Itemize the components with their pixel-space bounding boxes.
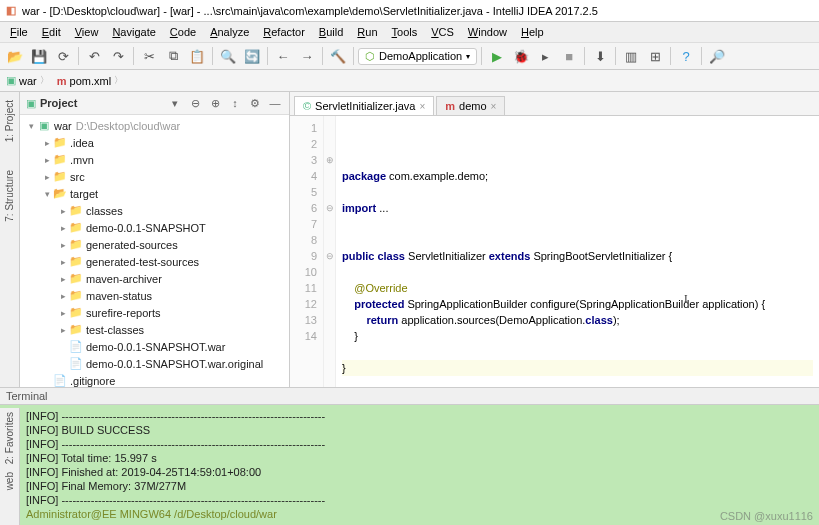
code-content[interactable]: I package com.example.demo; import ... p… — [336, 116, 819, 387]
menu-file[interactable]: File — [4, 24, 34, 40]
menu-run[interactable]: Run — [351, 24, 383, 40]
terminal-tab-label[interactable]: Terminal — [6, 390, 48, 402]
code-line[interactable] — [342, 184, 813, 200]
expand-arrow-icon[interactable]: ▾ — [26, 121, 36, 131]
close-tab-icon[interactable]: × — [491, 101, 497, 112]
code-line[interactable]: package com.example.demo; — [342, 168, 813, 184]
tool-tab[interactable]: 7: Structure — [2, 166, 17, 226]
tree-node[interactable]: ▸📁src — [20, 168, 289, 185]
search-icon[interactable]: 🔎 — [706, 45, 728, 67]
expand-arrow-icon[interactable]: ▸ — [42, 155, 52, 165]
tree-node[interactable]: ▸📁generated-test-sources — [20, 253, 289, 270]
tree-node[interactable]: ▸📁generated-sources — [20, 236, 289, 253]
help-icon[interactable]: ? — [675, 45, 697, 67]
terminal-tab-bar[interactable]: Terminal — [0, 387, 819, 405]
vcs-icon[interactable]: ⬇ — [589, 45, 611, 67]
menu-window[interactable]: Window — [462, 24, 513, 40]
code-line[interactable]: import ... — [342, 200, 813, 216]
back-icon[interactable]: ← — [272, 45, 294, 67]
undo-icon[interactable]: ↶ — [83, 45, 105, 67]
copy-icon[interactable]: ⧉ — [162, 45, 184, 67]
tree-node[interactable]: 📄.gitignore — [20, 372, 289, 387]
code-line[interactable]: protected SpringApplicationBuilder confi… — [342, 296, 813, 312]
settings-icon[interactable]: ⊞ — [644, 45, 666, 67]
expand-arrow-icon[interactable]: ▸ — [58, 223, 68, 233]
chevron-down-icon[interactable]: ▾ — [167, 95, 183, 111]
code-line[interactable]: @Override — [342, 280, 813, 296]
build-icon[interactable]: 🔨 — [327, 45, 349, 67]
target-icon[interactable]: ⊕ — [207, 95, 223, 111]
open-icon[interactable]: 📂 — [4, 45, 26, 67]
expand-arrow-icon[interactable]: ▾ — [42, 189, 52, 199]
structure-icon[interactable]: ▥ — [620, 45, 642, 67]
forward-icon[interactable]: → — [296, 45, 318, 67]
code-line[interactable]: } — [342, 328, 813, 344]
code-editor[interactable]: 1234567891011121314 ⊕⊖⊖ I package com.ex… — [290, 116, 819, 387]
expand-arrow-icon[interactable]: ▸ — [58, 274, 68, 284]
code-line[interactable] — [342, 216, 813, 232]
code-line[interactable] — [342, 232, 813, 248]
tree-node[interactable]: ▸📁maven-archiver — [20, 270, 289, 287]
tree-node[interactable]: ▾📂target — [20, 185, 289, 202]
breadcrumb-item[interactable]: ▣war〉 — [4, 74, 51, 87]
breadcrumb-item[interactable]: mpom.xml〉 — [55, 74, 125, 87]
expand-arrow-icon[interactable]: ▸ — [58, 257, 68, 267]
editor-tab[interactable]: ©ServletInitializer.java× — [294, 96, 434, 115]
gear-icon[interactable]: ⚙ — [247, 95, 263, 111]
expand-arrow-icon[interactable]: ▸ — [42, 172, 52, 182]
code-line[interactable]: } — [342, 360, 813, 376]
code-line[interactable] — [342, 344, 813, 360]
tree-node[interactable]: ▸📁surefire-reports — [20, 304, 289, 321]
menu-help[interactable]: Help — [515, 24, 550, 40]
menu-tools[interactable]: Tools — [386, 24, 424, 40]
code-line[interactable] — [342, 264, 813, 280]
tree-node[interactable]: ▸📁demo-0.0.1-SNAPSHOT — [20, 219, 289, 236]
code-line[interactable]: return application.sources(DemoApplicati… — [342, 312, 813, 328]
collapse-icon[interactable]: ⊖ — [187, 95, 203, 111]
stop-icon[interactable]: ■ — [558, 45, 580, 67]
expand-arrow-icon[interactable]: ▸ — [42, 138, 52, 148]
fold-gutter[interactable]: ⊕⊖⊖ — [324, 116, 336, 387]
debug-icon[interactable]: 🐞 — [510, 45, 532, 67]
tree-node[interactable]: ▾▣warD:\Desktop\cloud\war — [20, 117, 289, 134]
menu-analyze[interactable]: Analyze — [204, 24, 255, 40]
scroll-icon[interactable]: ↕ — [227, 95, 243, 111]
save-icon[interactable]: 💾 — [28, 45, 50, 67]
menu-build[interactable]: Build — [313, 24, 349, 40]
sync-icon[interactable]: ⟳ — [52, 45, 74, 67]
paste-icon[interactable]: 📋 — [186, 45, 208, 67]
run-icon[interactable]: ▶ — [486, 45, 508, 67]
replace-icon[interactable]: 🔄 — [241, 45, 263, 67]
cut-icon[interactable]: ✂ — [138, 45, 160, 67]
tree-node[interactable]: ▸📁maven-status — [20, 287, 289, 304]
tool-tab[interactable]: web — [2, 468, 17, 494]
coverage-icon[interactable]: ▸ — [534, 45, 556, 67]
menu-code[interactable]: Code — [164, 24, 202, 40]
project-tree[interactable]: ▾▣warD:\Desktop\cloud\war▸📁.idea▸📁.mvn▸📁… — [20, 115, 289, 387]
menu-edit[interactable]: Edit — [36, 24, 67, 40]
find-icon[interactable]: 🔍 — [217, 45, 239, 67]
tool-tab[interactable]: 1: Project — [2, 96, 17, 146]
code-line[interactable]: public class ServletInitializer extends … — [342, 248, 813, 264]
tool-tab[interactable]: 2: Favorites — [2, 408, 17, 468]
menu-view[interactable]: View — [69, 24, 105, 40]
expand-arrow-icon[interactable]: ▸ — [58, 325, 68, 335]
expand-arrow-icon[interactable]: ▸ — [58, 206, 68, 216]
menu-vcs[interactable]: VCS — [425, 24, 460, 40]
code-line[interactable] — [342, 376, 813, 387]
tree-node[interactable]: ▸📁test-classes — [20, 321, 289, 338]
menu-refactor[interactable]: Refactor — [257, 24, 311, 40]
tree-node[interactable]: ▸📁classes — [20, 202, 289, 219]
expand-arrow-icon[interactable]: ▸ — [58, 291, 68, 301]
expand-arrow-icon[interactable]: ▸ — [58, 308, 68, 318]
menu-navigate[interactable]: Navigate — [106, 24, 161, 40]
run-config-selector[interactable]: ⬡ DemoApplication ▾ — [358, 48, 477, 65]
redo-icon[interactable]: ↷ — [107, 45, 129, 67]
tree-node[interactable]: ▸📁.mvn — [20, 151, 289, 168]
tree-node[interactable]: 📄demo-0.0.1-SNAPSHOT.war.original — [20, 355, 289, 372]
close-tab-icon[interactable]: × — [419, 101, 425, 112]
terminal-panel[interactable]: ＋ ✕ [INFO] -----------------------------… — [0, 405, 819, 525]
tree-node[interactable]: ▸📁.idea — [20, 134, 289, 151]
tree-node[interactable]: 📄demo-0.0.1-SNAPSHOT.war — [20, 338, 289, 355]
hide-icon[interactable]: — — [267, 95, 283, 111]
